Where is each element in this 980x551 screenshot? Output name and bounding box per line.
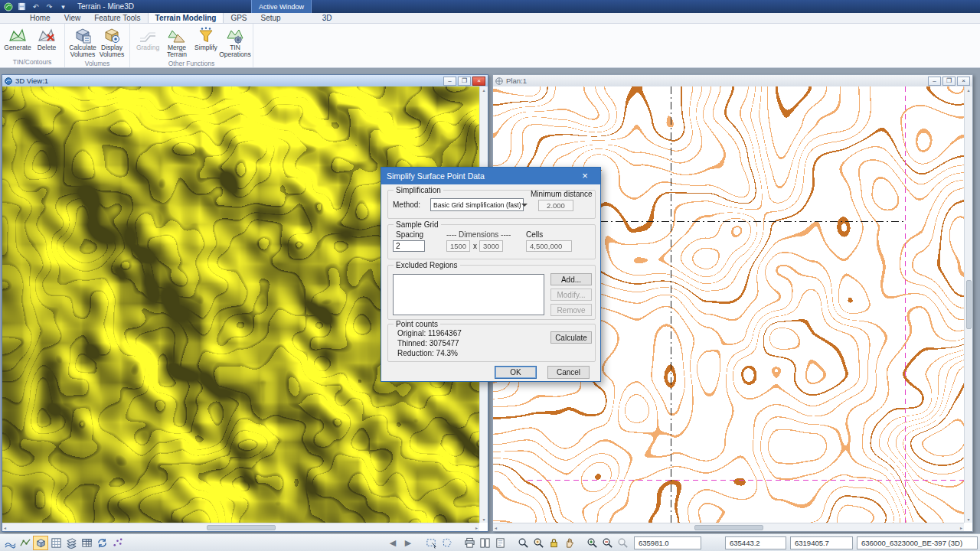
undo-icon[interactable]: ↶ xyxy=(30,2,41,11)
dialog-title-bar[interactable]: Simplify Surface Point Data × xyxy=(381,168,600,184)
qat-dropdown-icon[interactable]: ▾ xyxy=(57,2,69,11)
simplification-group-label: Simplification xyxy=(394,186,443,194)
delete-button[interactable]: Delete xyxy=(32,25,61,51)
app-logo-icon[interactable] xyxy=(2,2,14,11)
app-title: Terrain - Mine3D xyxy=(77,2,134,11)
zoom-lock-icon[interactable] xyxy=(546,536,561,550)
simplify-label: Simplify xyxy=(194,44,217,51)
forward-icon[interactable]: ▶ xyxy=(400,536,416,550)
easting-field: 635443.2 xyxy=(725,536,786,549)
cancel-button[interactable]: Cancel xyxy=(547,366,590,379)
tab-terrain-modeling[interactable]: Terrain Modeling xyxy=(148,12,224,23)
thinned-count: Thinned: 3075477 xyxy=(397,339,459,347)
scroll-up-icon[interactable]: ▴ xyxy=(967,87,969,93)
zoom-in-icon[interactable] xyxy=(584,536,599,550)
tin-operations-button[interactable]: TIN Operations xyxy=(220,25,250,59)
grid-reference-field: 636000_6323000_BE-397 (3D) xyxy=(857,536,978,549)
add-button[interactable]: Add... xyxy=(550,273,592,285)
tab-feature-tools[interactable]: Feature Tools xyxy=(87,12,147,23)
table-icon[interactable] xyxy=(79,536,94,550)
display-volumes-button[interactable]: Display Volumes xyxy=(97,25,126,59)
tab-view[interactable]: View xyxy=(57,12,88,23)
merge-terrain-button[interactable]: Merge Terrain xyxy=(162,25,191,59)
tab-setup[interactable]: Setup xyxy=(254,12,288,23)
merge-terrain-icon xyxy=(168,26,186,44)
group-label-tin-contours: TIN/Contours xyxy=(3,57,61,67)
dimensions-label: ---- Dimensions ---- xyxy=(446,230,511,239)
3d-view-restore-button[interactable]: ❐ xyxy=(458,77,471,86)
back-icon[interactable]: ◀ xyxy=(385,536,400,550)
simplify-dialog: Simplify Surface Point Data × Simplifica… xyxy=(381,167,601,382)
3d-view-window-icon xyxy=(5,77,12,85)
spacing-input[interactable] xyxy=(393,240,425,252)
plan-restore-button[interactable]: ❐ xyxy=(942,77,956,86)
dialog-close-icon[interactable]: × xyxy=(575,168,595,184)
profile-icon[interactable] xyxy=(18,536,33,550)
scroll-left-icon[interactable]: ◂ xyxy=(4,525,6,530)
page-single-icon[interactable] xyxy=(492,536,508,550)
excluded-regions-group: Excluded Regions Add... Modify... Remove xyxy=(387,265,596,320)
3d-view-hscroll-thumb[interactable] xyxy=(207,525,276,530)
ribbon-group-other-functions: Grading Merge Terrain Simplify TIN Opera… xyxy=(130,24,253,67)
generate-button[interactable]: Generate xyxy=(3,25,32,51)
cells-label: Cells xyxy=(526,230,543,239)
excluded-regions-group-label: Excluded Regions xyxy=(394,261,460,269)
ok-button[interactable]: OK xyxy=(495,366,537,379)
plan-vscroll-thumb[interactable] xyxy=(966,280,972,329)
zoom-out-icon[interactable] xyxy=(599,536,615,550)
refresh-icon[interactable] xyxy=(94,536,109,550)
fence-select-icon[interactable] xyxy=(423,536,439,550)
plan-title-bar[interactable]: Plan:1 – ❐ × xyxy=(493,75,972,86)
plan-horizontal-scrollbar[interactable]: ◂▸ xyxy=(493,523,964,531)
tab-3d[interactable]: 3D xyxy=(315,12,339,23)
ribbon-tab-row: Home View Feature Tools Terrain Modeling… xyxy=(0,13,980,24)
plan-view-icon[interactable] xyxy=(48,536,64,550)
calculate-button[interactable]: Calculate xyxy=(550,331,592,344)
polygon-select-icon[interactable] xyxy=(439,536,454,550)
excluded-regions-listbox[interactable] xyxy=(393,274,544,315)
plan-close-button[interactable]: × xyxy=(957,77,970,86)
northing-field: 6319405.7 xyxy=(790,536,853,549)
merge-terrain-label: Merge Terrain xyxy=(162,44,191,59)
sections-icon[interactable] xyxy=(64,536,79,550)
zoom-extents-icon xyxy=(615,536,630,550)
dialog-title: Simplify Surface Point Data xyxy=(387,171,485,181)
scroll-left-icon[interactable]: ◂ xyxy=(495,525,497,530)
plan-minimize-button[interactable]: – xyxy=(928,77,941,86)
zoom-dynamic-icon[interactable] xyxy=(531,536,546,550)
view-3d-icon[interactable] xyxy=(33,536,48,550)
scroll-up-icon[interactable]: ▴ xyxy=(482,87,485,93)
plan-window-icon xyxy=(495,77,503,85)
pan-icon[interactable] xyxy=(561,536,577,550)
3d-view-close-button[interactable]: × xyxy=(472,77,485,86)
group-label-volumes: Volumes xyxy=(68,59,126,69)
scroll-right-icon[interactable]: ▸ xyxy=(475,525,478,530)
grading-icon xyxy=(139,26,157,44)
plan-vertical-scrollbar[interactable]: ▴▾ xyxy=(964,86,972,523)
zoom-window-icon[interactable] xyxy=(515,536,531,550)
min-distance-label: Minimum distance xyxy=(531,190,593,198)
redo-icon[interactable]: ↷ xyxy=(44,2,55,11)
delete-label: Delete xyxy=(38,44,57,51)
3d-view-minimize-button[interactable]: – xyxy=(443,77,456,86)
points-icon[interactable] xyxy=(109,536,125,550)
3d-view-horizontal-scrollbar[interactable]: ◂▸ xyxy=(2,523,479,531)
point-counts-group-label: Point counts xyxy=(394,320,440,328)
3d-view-title-bar[interactable]: 3D View:1 – ❐ × xyxy=(2,75,488,86)
simplify-button[interactable]: Simplify xyxy=(191,25,220,51)
grading-label: Grading xyxy=(136,44,159,51)
contours-icon[interactable] xyxy=(2,536,18,550)
plan-hscroll-thumb[interactable] xyxy=(694,525,763,530)
tab-home[interactable]: Home xyxy=(23,12,57,23)
save-icon[interactable] xyxy=(16,2,28,11)
scroll-down-icon[interactable]: ▾ xyxy=(482,517,485,522)
active-window-tab[interactable]: Active Window xyxy=(251,0,312,13)
scroll-down-icon[interactable]: ▾ xyxy=(967,517,969,522)
print-icon[interactable] xyxy=(462,536,477,550)
page-columns-icon[interactable] xyxy=(477,536,492,550)
tab-gps[interactable]: GPS xyxy=(224,12,253,23)
scroll-right-icon[interactable]: ▸ xyxy=(960,525,962,530)
calculate-volumes-button[interactable]: Calculate Volumes xyxy=(68,25,97,59)
method-dropdown[interactable]: Basic Grid Simplification (fast) xyxy=(430,198,524,211)
title-bar: ↶ ↷ ▾ Terrain - Mine3D Active Window xyxy=(0,0,980,13)
